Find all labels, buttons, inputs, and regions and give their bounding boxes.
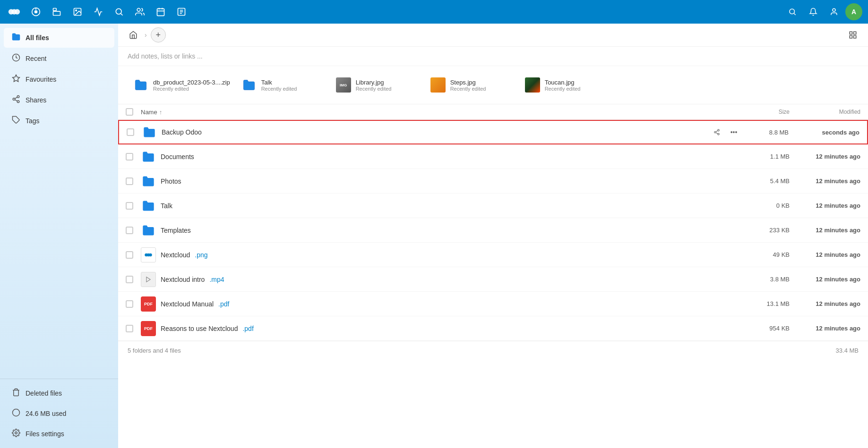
nav-calendar[interactable]	[151, 2, 170, 21]
row-checkbox-documents[interactable]	[126, 153, 133, 161]
file-row-backup-odoo[interactable]: Backup Odoo ••• 8.8 MB seconds ago	[118, 120, 868, 144]
user-avatar[interactable]: A	[845, 3, 862, 20]
recent-file-library[interactable]: IMG Library.jpg Recently edited	[330, 74, 425, 96]
share-icon	[11, 95, 21, 105]
nc-png-more-btn[interactable]: •••	[727, 247, 742, 262]
sidebar-item-recent[interactable]: Recent	[4, 49, 114, 68]
nc-manual-more-btn[interactable]: •••	[727, 296, 742, 312]
row-checkbox-nc-mp4[interactable]	[126, 276, 133, 283]
sidebar-item-favourites[interactable]: Favourites	[4, 69, 114, 89]
documents-more-btn[interactable]: •••	[727, 149, 742, 164]
star-icon	[11, 74, 21, 85]
nc-mp4-more-btn[interactable]: •••	[727, 272, 742, 287]
nextcloud-png-icon	[141, 247, 156, 262]
talk-more-btn[interactable]: •••	[727, 198, 742, 213]
sidebar-item-tags[interactable]: Tags	[4, 111, 114, 131]
reasons-share-btn[interactable]	[710, 321, 725, 336]
svg-line-80	[717, 304, 719, 305]
row-checkbox-backup[interactable]	[127, 128, 134, 136]
templates-share-btn[interactable]	[710, 223, 725, 238]
svg-point-44	[715, 156, 717, 158]
row-checkbox-nc-png[interactable]	[126, 251, 133, 259]
talk-share-btn[interactable]	[710, 198, 725, 213]
row-checkbox-nc-manual[interactable]	[126, 300, 133, 308]
file-row-nextcloud-mp4[interactable]: Nextcloud intro.mp4 ••• 3.8 MB 12 minute…	[118, 267, 868, 292]
file-row-talk[interactable]: Talk ••• 0 KB 12 minutes ago	[118, 194, 868, 218]
reasons-size: 954 KB	[742, 325, 790, 332]
recent-file-steps[interactable]: Steps.jpg Recently edited	[425, 74, 519, 96]
reasons-modified-value: 12 minutes ago	[816, 325, 860, 332]
backup-more-btn[interactable]: •••	[726, 125, 741, 140]
nc-png-size-value: 49 KB	[773, 251, 790, 258]
documents-size-value: 1.1 MB	[770, 153, 790, 160]
sidebar-item-all-files[interactable]: All files	[4, 28, 114, 48]
nc-png-share-btn[interactable]	[710, 247, 725, 262]
global-search-icon[interactable]	[783, 2, 802, 21]
talk-modified-value: 12 minutes ago	[816, 202, 860, 209]
templates-more-btn[interactable]: •••	[727, 223, 742, 238]
nav-activity[interactable]	[89, 2, 108, 21]
zip-folder-icon	[133, 77, 148, 93]
sidebar-item-settings[interactable]: Files settings	[4, 424, 114, 444]
file-row-nextcloud-png[interactable]: Nextcloud.png ••• 49 KB 12 minutes ago	[118, 243, 868, 267]
sidebar-label-recent: Recent	[26, 55, 46, 62]
svg-line-11	[121, 14, 123, 16]
sidebar-item-deleted-files[interactable]: Deleted files	[4, 383, 114, 403]
svg-point-49	[715, 180, 717, 182]
templates-modified-value: 12 minutes ago	[816, 227, 860, 234]
nav-files[interactable]	[47, 2, 66, 21]
notes-bar[interactable]: Add notes, lists or links ...	[118, 47, 868, 66]
recent-file-name-library: Library.jpg	[356, 79, 392, 86]
photos-more-btn[interactable]: •••	[727, 174, 742, 189]
svg-point-84	[719, 330, 721, 331]
video-icon	[141, 272, 156, 287]
breadcrumb-home[interactable]	[126, 27, 141, 42]
notifications-icon[interactable]	[804, 2, 823, 21]
nc-manual-size: 13.1 MB	[742, 300, 790, 307]
nc-mp4-share-btn[interactable]	[710, 272, 725, 287]
nav-dashboard[interactable]	[26, 2, 45, 21]
talk-name-text: Talk	[161, 202, 172, 210]
backup-share-btn[interactable]	[709, 125, 724, 140]
file-row-nc-manual-pdf[interactable]: PDF Nextcloud Manual.pdf ••• 13.1 MB 12 …	[118, 292, 868, 316]
header-name-col[interactable]: Name ↑	[141, 109, 742, 116]
pdf-manual-icon: PDF	[141, 296, 156, 312]
row-name-talk: Talk	[141, 198, 710, 213]
select-all-checkbox[interactable]	[126, 108, 133, 116]
nav-photos[interactable]	[68, 2, 87, 21]
nav-contacts[interactable]	[130, 2, 149, 21]
add-new-button[interactable]: +	[151, 27, 166, 42]
app-logo[interactable]	[6, 3, 23, 20]
documents-share-btn[interactable]	[710, 149, 725, 164]
photos-share-btn[interactable]	[710, 174, 725, 189]
svg-line-30	[15, 97, 17, 99]
sidebar-label-favourites: Favourites	[26, 76, 56, 83]
svg-point-43	[719, 154, 721, 156]
sidebar-item-shares[interactable]: Shares	[4, 90, 114, 110]
reasons-more-btn[interactable]: •••	[727, 321, 742, 336]
file-row-templates[interactable]: Templates ••• 233 KB 12 minutes ago	[118, 218, 868, 243]
row-checkbox-reasons[interactable]	[126, 325, 133, 332]
file-row-photos[interactable]: Photos ••• 5.4 MB 12 minutes ago	[118, 169, 868, 194]
svg-point-32	[13, 409, 20, 416]
row-checkbox-talk[interactable]	[126, 202, 133, 210]
row-check-photos	[126, 178, 141, 185]
file-row-reasons-pdf[interactable]: PDF Reasons to use Nextcloud.pdf ••• 954…	[118, 316, 868, 341]
recent-file-toucan[interactable]: Toucan.jpg Recently edited	[519, 74, 614, 96]
file-row-documents[interactable]: Documents ••• 1.1 MB 12 minutes ago	[118, 144, 868, 169]
contacts-header-icon[interactable]	[825, 2, 843, 21]
row-checkbox-photos[interactable]	[126, 178, 133, 185]
nc-manual-ext-text: .pdf	[218, 300, 229, 308]
svg-point-67	[715, 254, 717, 256]
recent-file-db-product[interactable]: db_product_2023-05-3....zip Recently edi…	[128, 74, 236, 96]
row-checkbox-templates[interactable]	[126, 227, 133, 234]
sidebar-item-storage[interactable]: 24.6 MB used	[4, 404, 114, 423]
row-check-templates	[126, 227, 141, 234]
recent-file-talk[interactable]: Talk Recently edited	[236, 74, 330, 96]
svg-point-38	[718, 129, 720, 131]
nav-search[interactable]	[110, 2, 129, 21]
nav-forms[interactable]	[172, 2, 191, 21]
grid-view-toggle[interactable]	[845, 27, 860, 42]
nc-manual-share-btn[interactable]	[710, 296, 725, 312]
svg-point-68	[719, 256, 721, 258]
